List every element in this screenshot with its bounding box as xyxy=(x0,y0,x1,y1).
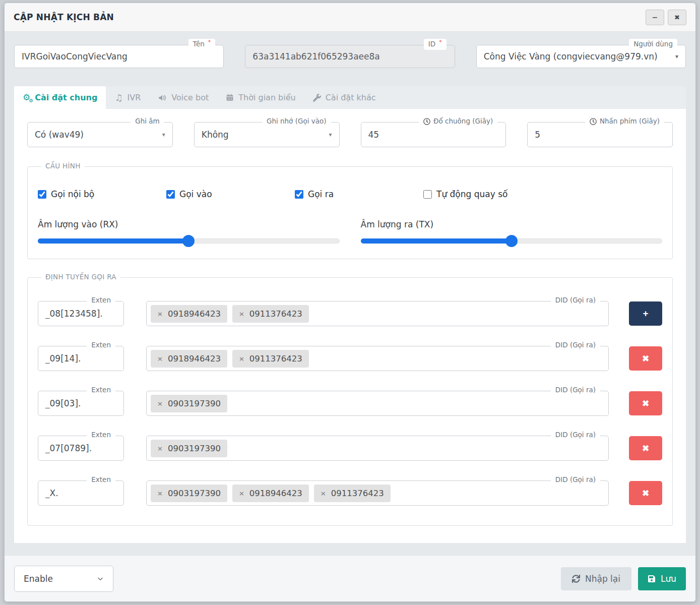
reset-label: Nhập lại xyxy=(585,574,620,584)
tag-remove-icon[interactable]: × xyxy=(157,400,163,407)
tab-ivr[interactable]: ♫IVR xyxy=(106,86,149,109)
tag-remove-icon[interactable]: × xyxy=(239,310,244,318)
close-icon: ✖ xyxy=(674,14,680,21)
modal-header: CẬP NHẬT KỊCH BẢN − ✖ xyxy=(5,3,695,32)
tag-remove-icon[interactable]: × xyxy=(157,355,163,362)
tag-remove-icon[interactable]: × xyxy=(321,490,326,497)
record-select[interactable]: Ghi âm Có (wav49) ▾ xyxy=(27,122,173,147)
checkbox-goi-noi-bo[interactable]: Gọi nội bộ xyxy=(38,189,166,199)
did-field[interactable]: DID (Gọi ra)×0918946423×0911376423 xyxy=(146,346,609,371)
record-value: Có (wav49) xyxy=(35,130,84,140)
did-number: 0903197390 xyxy=(168,489,221,498)
slider-label: Âm lượng ra (TX) xyxy=(361,219,663,229)
music-icon: ♫ xyxy=(114,93,122,102)
tag-remove-icon[interactable]: × xyxy=(239,490,244,497)
modal-footer: Enable Nhập lại Lưu xyxy=(5,555,695,601)
page-title: CẬP NHẬT KỊCH BẢN xyxy=(14,12,114,22)
exten-field: Exten xyxy=(38,391,124,416)
name-input[interactable] xyxy=(22,51,216,62)
add-route-button[interactable]: + xyxy=(629,301,662,326)
checkbox-input[interactable] xyxy=(423,190,432,199)
wrench-icon xyxy=(313,94,321,102)
exten-input[interactable] xyxy=(45,309,116,319)
exten-input[interactable] xyxy=(45,488,116,498)
did-tag[interactable]: ×0903197390 xyxy=(151,395,227,412)
close-button[interactable]: ✖ xyxy=(668,10,686,25)
tag-remove-icon[interactable]: × xyxy=(239,355,244,362)
tag-remove-icon[interactable]: × xyxy=(157,490,163,497)
name-label: Tên xyxy=(193,39,205,49)
minimize-button[interactable]: − xyxy=(646,10,664,25)
did-field[interactable]: DID (Gọi ra)×0903197390 xyxy=(146,391,609,416)
slider-thumb[interactable] xyxy=(182,235,195,247)
required-asterisk: * xyxy=(439,38,442,46)
user-select[interactable]: Người dùng Công Việc Vàng (congviecvang@… xyxy=(476,45,686,68)
status-select[interactable]: Enable xyxy=(14,566,113,592)
did-tag[interactable]: ×0903197390 xyxy=(151,440,227,457)
did-label: DID (Gọi ra) xyxy=(555,430,596,440)
remove-route-button[interactable]: ✖ xyxy=(629,481,662,505)
did-field[interactable]: DID (Gọi ra)×0903197390×0918946423×09113… xyxy=(146,480,609,506)
x-icon: ✖ xyxy=(642,488,649,499)
keypress-timeout-label: Nhấn phím (Giây) xyxy=(600,116,660,127)
checkbox-goi-vao[interactable]: Gọi vào xyxy=(166,189,295,199)
slider-label: Âm lượng vào (RX) xyxy=(38,219,340,229)
checkbox-input[interactable] xyxy=(38,190,46,199)
did-tag[interactable]: ×0918946423 xyxy=(151,350,227,368)
did-number: 0918946423 xyxy=(168,309,221,319)
slider-track[interactable] xyxy=(361,238,663,244)
did-tag[interactable]: ×0918946423 xyxy=(232,485,309,502)
checkbox-tu-ong-quay-so[interactable]: Tự động quay số xyxy=(423,189,662,199)
tag-remove-icon[interactable]: × xyxy=(157,310,163,318)
did-field[interactable]: DID (Gọi ra)×0918946423×0911376423 xyxy=(146,301,609,326)
slider-track[interactable] xyxy=(38,238,340,244)
tab-thoi-gian-bieu[interactable]: Thời gian biểu xyxy=(217,86,304,109)
tab-cai-at-khac[interactable]: Cài đặt khác xyxy=(304,86,385,109)
exten-input[interactable] xyxy=(45,353,116,364)
save-button[interactable]: Lưu xyxy=(638,567,686,590)
tab-label: Thời gian biểu xyxy=(238,93,295,102)
remove-route-button[interactable]: ✖ xyxy=(629,346,662,371)
checkbox-input[interactable] xyxy=(166,190,175,199)
routing-row: ExtenDID (Gọi ra)×0903197390×0918946423×… xyxy=(38,480,662,506)
did-tag[interactable]: ×0918946423 xyxy=(151,305,227,323)
exten-label: Exten xyxy=(91,340,111,350)
did-number: 0918946423 xyxy=(249,489,302,498)
remove-route-button[interactable]: ✖ xyxy=(629,391,662,415)
id-field: ID* xyxy=(245,45,455,68)
keypress-timeout-input[interactable] xyxy=(535,130,665,140)
exten-input[interactable] xyxy=(45,443,116,453)
did-tag[interactable]: ×0903197390 xyxy=(151,485,227,502)
did-tag[interactable]: ×0911376423 xyxy=(232,350,309,368)
clock-icon xyxy=(423,118,430,125)
clock-icon xyxy=(590,118,597,125)
required-asterisk: * xyxy=(208,38,211,46)
did-field[interactable]: DID (Gọi ra)×0903197390 xyxy=(146,436,609,461)
exten-field: Exten xyxy=(38,480,124,506)
memory-select[interactable]: Ghi nhớ (Gọi vào) Không ▾ xyxy=(194,122,340,147)
tab-label: Cài đặt khác xyxy=(326,93,376,102)
did-tag[interactable]: ×0911376423 xyxy=(314,485,391,502)
routing-row: ExtenDID (Gọi ra)×0903197390✖ xyxy=(38,436,662,461)
reset-button[interactable]: Nhập lại xyxy=(561,567,631,590)
remove-route-button[interactable]: ✖ xyxy=(629,436,662,460)
volume-sliders: Âm lượng vào (RX)Âm lượng ra (TX) xyxy=(38,219,662,244)
slider-am-luong-ra-tx: Âm lượng ra (TX) xyxy=(361,219,663,244)
memory-label: Ghi nhớ (Gọi vào) xyxy=(267,116,327,127)
slider-thumb[interactable] xyxy=(505,235,518,247)
checkbox-goi-ra[interactable]: Gọi ra xyxy=(295,189,423,199)
x-icon: ✖ xyxy=(642,353,649,364)
save-icon xyxy=(648,575,656,583)
tab-cai-at-chung[interactable]: ⚙⚙Cài đặt chung xyxy=(14,86,106,109)
did-tag[interactable]: ×0911376423 xyxy=(232,305,309,323)
id-input xyxy=(252,51,447,62)
did-label: DID (Gọi ra) xyxy=(555,385,596,395)
exten-input[interactable] xyxy=(45,398,116,408)
tab-voice-bot[interactable]: Voice bot xyxy=(149,86,217,109)
tag-remove-icon[interactable]: × xyxy=(157,445,163,452)
tab-label: Cài đặt chung xyxy=(35,93,97,102)
ring-timeout-input[interactable] xyxy=(368,130,499,140)
checkbox-input[interactable] xyxy=(295,190,303,199)
record-label: Ghi âm xyxy=(135,116,159,127)
user-value: Công Việc Vàng (congviecvang@979.vn) xyxy=(484,51,658,62)
